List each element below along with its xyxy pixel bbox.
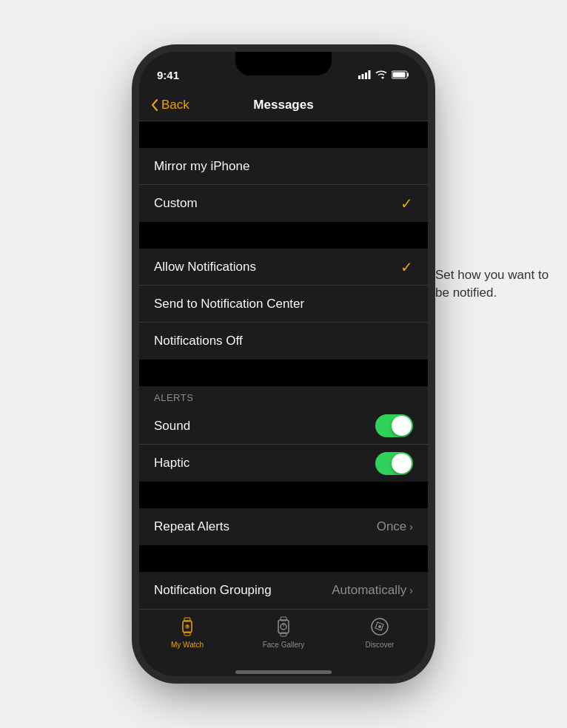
svg-rect-6 [393,73,406,78]
repeat-alerts-value: Once [377,519,407,534]
allow-notifications-label: Allow Notifications [154,260,256,274]
gap-4 [139,545,428,572]
notch [235,52,332,75]
notification-grouping-label: Notification Grouping [154,583,272,598]
allow-notifications-row[interactable]: Allow Notifications ✓ [139,249,428,286]
custom-check: ✓ [400,195,413,212]
tab-face-gallery[interactable]: Face Gallery [254,616,313,649]
haptic-toggle[interactable] [375,452,413,475]
tab-my-watch-label: My Watch [171,641,204,649]
notification-grouping-group: Notification Grouping Automatically › [139,572,428,609]
gap-2 [139,360,428,386]
repeat-alerts-chevron: › [409,521,413,533]
sound-label: Sound [154,419,190,434]
chevron-left-icon [151,99,158,111]
custom-label: Custom [154,196,198,211]
callout-text: Set how you want to be notified. [435,266,554,302]
svg-rect-2 [365,73,367,79]
status-time: 9:41 [157,69,179,81]
tab-bar: My Watch Face Gallery [139,609,428,670]
discover-icon [369,616,391,638]
watch-icon [176,616,198,638]
gap-1 [139,222,428,249]
haptic-label: Haptic [154,456,189,471]
haptic-row[interactable]: Haptic [139,445,428,482]
svg-rect-1 [362,74,364,79]
status-icons [358,70,410,79]
svg-rect-5 [407,73,409,77]
send-to-notification-center-row[interactable]: Send to Notification Center [139,286,428,323]
svg-rect-3 [369,70,371,79]
notifications-off-label: Notifications Off [154,334,243,348]
face-gallery-icon [272,616,295,638]
nav-bar: Back Messages [139,89,428,121]
repeat-alerts-label: Repeat Alerts [154,519,229,534]
home-indicator [139,670,428,676]
notification-grouping-value: Automatically [332,583,406,598]
back-label: Back [161,98,189,112]
repeat-alerts-value-group: Once › [377,519,413,534]
tab-face-gallery-label: Face Gallery [263,641,305,649]
mirror-iphone-label: Mirror my iPhone [154,159,249,174]
status-bar: 9:41 [139,52,428,89]
back-button[interactable]: Back [151,98,189,112]
custom-row[interactable]: Custom ✓ [139,185,428,222]
home-bar [235,670,332,674]
battery-icon [392,70,410,79]
notification-group: Allow Notifications ✓ Send to Notificati… [139,249,428,360]
sound-row[interactable]: Sound [139,408,428,445]
sound-toggle[interactable] [375,414,413,437]
allow-notifications-check: ✓ [400,258,413,276]
notification-grouping-chevron: › [409,584,413,596]
sound-toggle-knob [392,416,412,436]
top-gap [139,121,428,148]
signal-icon [358,70,371,79]
repeat-alerts-row[interactable]: Repeat Alerts Once › [139,508,428,545]
gap-3 [139,482,428,508]
wifi-icon [375,70,387,79]
mirror-iphone-row[interactable]: Mirror my iPhone [139,148,428,185]
tab-discover-label: Discover [366,641,395,649]
alerts-header: ALERTS [139,386,428,408]
mirror-group: Mirror my iPhone Custom ✓ [139,148,428,222]
content-area: Mirror my iPhone Custom ✓ Allow Notifica… [139,121,428,609]
send-to-notification-center-label: Send to Notification Center [154,297,304,311]
notification-grouping-row[interactable]: Notification Grouping Automatically › [139,572,428,609]
notifications-off-row[interactable]: Notifications Off [139,323,428,360]
haptic-toggle-knob [392,454,412,473]
repeat-alerts-group: Repeat Alerts Once › [139,508,428,545]
alerts-section: ALERTS Sound Haptic [139,386,428,482]
svg-point-20 [378,625,381,628]
notification-grouping-value-group: Automatically › [332,583,413,598]
nav-title: Messages [253,98,313,112]
svg-rect-0 [358,75,360,79]
tab-discover[interactable]: Discover [350,616,409,649]
tab-my-watch[interactable]: My Watch [158,616,217,649]
phone-frame: 9:41 [139,52,428,676]
scene: Set how you want to be notified. 9:41 [0,0,567,728]
